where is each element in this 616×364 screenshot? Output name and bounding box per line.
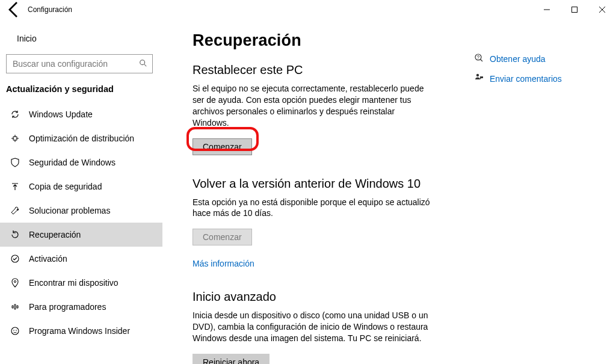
maximize-button[interactable] (561, 0, 588, 19)
svg-point-9 (13, 330, 14, 331)
advanced-restart-button[interactable]: Reiniciar ahora (192, 354, 270, 364)
sidebar-item-label: Recuperación (29, 230, 81, 239)
main-content: Recuperación Restablecer este PC Si el e… (162, 19, 474, 364)
sidebar-item-windows-security[interactable]: Seguridad de Windows (0, 150, 162, 174)
svg-point-7 (14, 280, 16, 282)
close-button[interactable] (588, 0, 616, 19)
feedback-link-label: Enviar comentarios (490, 74, 562, 84)
sidebar-item-troubleshoot[interactable]: Solucionar problemas (0, 199, 162, 223)
sidebar-item-windows-insider[interactable]: Programa Windows Insider (0, 319, 162, 343)
svg-point-14 (476, 74, 479, 76)
delivery-icon (10, 134, 20, 143)
reset-start-button[interactable]: Comenzar (192, 138, 252, 155)
reset-body: Si el equipo no se ejecuta correctamente… (192, 83, 433, 129)
developers-icon (10, 302, 20, 312)
wrench-icon (10, 206, 20, 215)
sidebar-home[interactable]: Inicio (0, 26, 162, 51)
minimize-button[interactable] (533, 0, 561, 19)
page-title: Recuperación (192, 31, 474, 50)
help-link-label: Obtener ayuda (490, 54, 546, 64)
goback-more-info-link[interactable]: Más información (192, 259, 254, 268)
goback-body: Esta opción ya no está disponible porque… (192, 197, 433, 220)
sidebar-section-title: Actualización y seguridad (0, 79, 162, 102)
window-title: Configuración (28, 5, 72, 14)
reset-heading: Restablecer este PC (192, 63, 474, 77)
sidebar-item-label: Windows Update (29, 110, 93, 119)
sidebar-item-for-developers[interactable]: Para programadores (0, 295, 162, 319)
sidebar-item-windows-update[interactable]: Windows Update (0, 102, 162, 126)
activation-icon (10, 254, 20, 264)
svg-point-12 (478, 58, 478, 59)
back-button[interactable] (5, 0, 24, 19)
svg-rect-1 (572, 7, 578, 13)
shield-icon (10, 158, 20, 167)
svg-line-5 (144, 64, 147, 66)
advanced-body: Inicia desde un dispositivo o disco (com… (192, 310, 433, 344)
search-icon (139, 59, 147, 69)
search-box[interactable] (6, 54, 153, 73)
section-reset: Restablecer este PC Si el equipo no se e… (192, 63, 474, 155)
section-advanced: Inicio avanzado Inicia desde un disposit… (192, 290, 474, 364)
goback-heading: Volver a la versión anterior de Windows … (192, 177, 474, 191)
location-icon (10, 278, 20, 288)
sidebar-item-delivery-optimization[interactable]: Optimización de distribución (0, 126, 162, 150)
section-goback: Volver a la versión anterior de Windows … (192, 177, 474, 269)
sidebar-item-label: Solucionar problemas (29, 206, 110, 215)
sidebar-item-find-my-device[interactable]: Encontrar mi dispositivo (0, 271, 162, 295)
sidebar-item-label: Programa Windows Insider (29, 326, 130, 336)
sidebar-item-label: Activación (29, 254, 67, 264)
sidebar-item-label: Optimización de distribución (29, 134, 134, 143)
search-input[interactable] (11, 58, 139, 69)
sidebar-item-activation[interactable]: Activación (0, 247, 162, 271)
sync-icon (10, 110, 20, 119)
svg-point-6 (11, 255, 19, 262)
sidebar-home-label: Inicio (17, 34, 37, 43)
help-icon (474, 53, 484, 64)
sidebar-item-label: Para programadores (29, 302, 106, 312)
sidebar-item-label: Encontrar mi dispositivo (29, 278, 119, 288)
sidebar-item-backup[interactable]: Copia de seguridad (0, 174, 162, 199)
svg-point-10 (16, 330, 17, 331)
sidebar-item-recovery[interactable]: Recuperación (0, 223, 162, 247)
advanced-heading: Inicio avanzado (192, 290, 474, 304)
sidebar: Inicio Actualización y seguridad Windows… (0, 19, 162, 364)
sidebar-item-label: Seguridad de Windows (29, 158, 116, 167)
recovery-icon (10, 230, 20, 239)
feedback-link-row[interactable]: Enviar comentarios (474, 73, 616, 84)
insider-icon (10, 326, 20, 336)
sidebar-item-label: Copia de seguridad (29, 182, 102, 191)
svg-point-4 (140, 60, 145, 64)
svg-point-8 (11, 327, 19, 335)
feedback-icon (474, 73, 484, 84)
svg-line-13 (481, 60, 483, 62)
titlebar: Configuración (0, 0, 616, 19)
help-link-row[interactable]: Obtener ayuda (474, 53, 616, 64)
goback-start-button: Comenzar (192, 229, 252, 245)
right-rail: Obtener ayuda Enviar comentarios (474, 19, 616, 364)
backup-icon (10, 182, 20, 191)
